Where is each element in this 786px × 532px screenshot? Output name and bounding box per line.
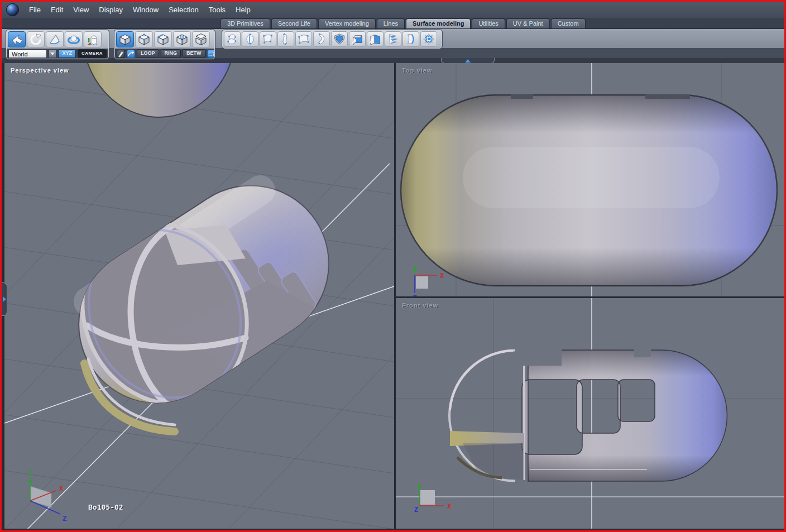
- fold-surface-icon[interactable]: [367, 31, 384, 47]
- menu-selection[interactable]: Selection: [164, 2, 203, 18]
- pen-glyph: [117, 50, 124, 57]
- tab-bar: 3D Primitives Second Life Vertex modelin…: [2, 18, 784, 28]
- menu-window[interactable]: Window: [128, 2, 164, 18]
- select-arrow-glyph: [10, 33, 23, 46]
- tab-lines[interactable]: Lines: [377, 18, 405, 28]
- axis-z-label: Z: [413, 294, 416, 296]
- app-logo-icon[interactable]: [6, 3, 19, 16]
- menu-display[interactable]: Display: [94, 2, 128, 18]
- select-arrow-icon[interactable]: [8, 31, 26, 47]
- cube-object-mode-icon[interactable]: [116, 31, 134, 47]
- extrude-box-glyph: [351, 33, 364, 45]
- xyz-button[interactable]: XYZ: [58, 49, 76, 58]
- world-selector[interactable]: World: [8, 50, 47, 58]
- coons-patch-glyph: [297, 33, 310, 45]
- perspective-canvas[interactable]: Y X Z Bo105-02 Bo105-02: [4, 63, 394, 529]
- dashed-rect-glyph: [208, 50, 215, 57]
- menu-edit[interactable]: Edit: [46, 2, 68, 18]
- background-object: [82, 63, 236, 117]
- shield-surface-icon[interactable]: [331, 31, 348, 47]
- extrude-box-icon[interactable]: [349, 31, 366, 47]
- cube-uv-glyph: [194, 33, 208, 46]
- front-axis-triad: X Z: [414, 483, 452, 514]
- axis-z-label: Z: [414, 506, 418, 514]
- caged-sphere-icon[interactable]: [420, 31, 437, 47]
- ruled-surface-icon[interactable]: [260, 31, 276, 47]
- axis-y-label: Y: [28, 469, 32, 477]
- ghost-icon[interactable]: [84, 31, 102, 47]
- tab-uv-paint[interactable]: UV & Paint: [506, 18, 550, 28]
- tab-custom[interactable]: Custom: [551, 18, 586, 28]
- front-canvas[interactable]: X Z: [396, 298, 784, 529]
- tab-surface-modeling[interactable]: Surface modeling: [406, 18, 471, 28]
- coons-patch-icon[interactable]: [295, 31, 312, 47]
- world-dropdown-button[interactable]: [49, 50, 57, 58]
- cube-edges-glyph: [156, 33, 170, 46]
- top-canvas[interactable]: X Z: [396, 63, 784, 296]
- cube-points-mode-icon[interactable]: [135, 31, 153, 47]
- camera-button[interactable]: CAMERA: [78, 49, 107, 58]
- chevron-right-icon: [3, 296, 9, 302]
- axis-x-label: X: [440, 272, 444, 280]
- chevron-up-icon: [465, 56, 471, 63]
- mode-tool-group: LOOP RING BETW: [114, 30, 215, 59]
- rotate-arrow-icon[interactable]: [27, 31, 45, 47]
- menu-help[interactable]: Help: [231, 2, 256, 18]
- curved-pillar-icon[interactable]: [277, 31, 294, 47]
- bent-tube-glyph: [315, 33, 328, 45]
- surface-tool-group: [222, 30, 442, 49]
- cube-uv-mode-icon[interactable]: [192, 31, 210, 47]
- loop-button[interactable]: LOOP: [137, 49, 159, 58]
- shield-surface-glyph: [333, 33, 346, 45]
- profile-oval-icon[interactable]: [242, 31, 258, 47]
- pen-icon[interactable]: [117, 50, 125, 58]
- curved-pillar-glyph: [279, 33, 293, 45]
- caged-sphere-glyph: [422, 33, 435, 45]
- perspective-view-label: Perspective view: [11, 67, 69, 74]
- cube-edges-mode-icon[interactable]: [154, 31, 172, 47]
- tab-utilities[interactable]: Utilities: [472, 18, 505, 28]
- top-viewport[interactable]: Top view: [396, 63, 784, 296]
- zigzag-surface-glyph: [386, 33, 400, 45]
- zigzag-surface-icon[interactable]: [385, 31, 401, 47]
- ruled-surface-glyph: [261, 33, 275, 45]
- model-perspective: [49, 156, 358, 433]
- ring-sphere-glyph: [67, 33, 80, 46]
- perspective-viewport[interactable]: Perspective view: [4, 63, 394, 529]
- betw-button[interactable]: BETW: [183, 49, 205, 58]
- blue-curved-arrow-icon[interactable]: [127, 50, 135, 58]
- ring-sphere-icon[interactable]: [65, 31, 83, 47]
- tab-3d-primitives[interactable]: 3D Primitives: [221, 18, 270, 28]
- thickness-slab-glyph: [404, 33, 418, 45]
- object-name-label: Bo105-02: [88, 503, 123, 511]
- face-pick-glyph: [48, 33, 61, 46]
- menu-tools[interactable]: Tools: [204, 2, 231, 18]
- dashed-rect-select-icon[interactable]: [207, 50, 215, 58]
- bent-tube-icon[interactable]: [313, 31, 330, 47]
- menu-file[interactable]: File: [24, 2, 46, 18]
- profile-oval-glyph: [243, 33, 257, 45]
- vase-sweep-icon[interactable]: [224, 31, 241, 47]
- selection-tool-group: World XYZ CAMERA: [6, 30, 109, 59]
- front-view-label: Front view: [402, 302, 438, 309]
- top-view-label: Top view: [402, 67, 432, 74]
- chevron-down-icon: [50, 52, 55, 57]
- cube-points-glyph: [137, 33, 151, 46]
- tab-vertex-modeling[interactable]: Vertex modeling: [318, 18, 376, 28]
- axis-x-label: X: [447, 502, 452, 510]
- front-viewport[interactable]: Front view: [396, 298, 784, 529]
- ring-button[interactable]: RING: [161, 49, 181, 58]
- tab-second-life[interactable]: Second Life: [271, 18, 317, 28]
- app-window: File Edit View Display Window Selection …: [0, 0, 786, 532]
- cube-glyph: [118, 33, 132, 46]
- face-pick-icon[interactable]: [46, 31, 64, 47]
- cube-faces-glyph: [175, 33, 189, 46]
- menu-view[interactable]: View: [68, 2, 94, 18]
- menubar: File Edit View Display Window Selection …: [2, 2, 784, 18]
- model-top: [401, 94, 777, 286]
- cube-faces-mode-icon[interactable]: [173, 31, 191, 47]
- axis-z-label: Z: [63, 515, 66, 523]
- thickness-slab-icon[interactable]: [402, 31, 419, 47]
- viewport-area: Perspective view: [2, 63, 784, 530]
- left-panel-collapse-handle[interactable]: [2, 282, 7, 316]
